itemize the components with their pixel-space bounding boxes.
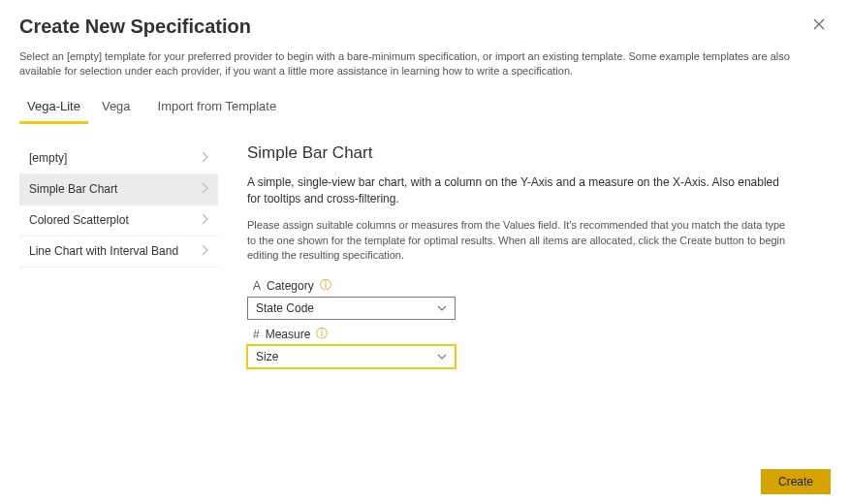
- template-label: Colored Scatterplot: [29, 213, 129, 227]
- template-list: [empty] Simple Bar Chart Colored Scatter…: [19, 143, 218, 375]
- measure-select[interactable]: Size: [247, 345, 456, 368]
- dialog-title: Create New Specification: [19, 16, 251, 38]
- category-select[interactable]: State Code: [247, 297, 456, 320]
- field-label-measure: Measure: [266, 328, 311, 341]
- chevron-down-icon: [437, 302, 447, 314]
- tab-vega-lite[interactable]: Vega-Lite: [19, 91, 88, 124]
- detail-description: A simple, single-view bar chart, with a …: [247, 174, 795, 208]
- template-detail: Simple Bar Chart A simple, single-view b…: [247, 143, 831, 375]
- template-label: [empty]: [29, 151, 67, 165]
- info-icon: ⓘ: [316, 326, 328, 342]
- template-item-empty[interactable]: [empty]: [19, 143, 218, 174]
- text-type-icon: A: [253, 279, 261, 293]
- chevron-right-icon: [201, 182, 208, 197]
- template-label: Simple Bar Chart: [29, 182, 117, 196]
- close-icon[interactable]: [807, 16, 831, 35]
- create-button[interactable]: Create: [761, 469, 831, 494]
- select-value: State Code: [256, 301, 314, 315]
- tab-import[interactable]: Import from Template: [144, 91, 291, 124]
- info-icon: ⓘ: [320, 277, 331, 294]
- hash-type-icon: #: [253, 328, 260, 341]
- chevron-right-icon: [201, 151, 208, 166]
- template-item-line-interval[interactable]: Line Chart with Interval Band: [19, 236, 218, 268]
- field-label-category: Category: [267, 279, 314, 293]
- detail-title: Simple Bar Chart: [247, 143, 831, 163]
- template-item-simple-bar[interactable]: Simple Bar Chart: [19, 174, 218, 205]
- chevron-right-icon: [201, 244, 208, 259]
- template-item-scatter[interactable]: Colored Scatterplot: [19, 205, 218, 236]
- chevron-right-icon: [201, 213, 208, 228]
- provider-tabs: Vega-Lite Vega Import from Template: [0, 91, 850, 124]
- select-value: Size: [256, 350, 278, 363]
- template-label: Line Chart with Interval Band: [29, 244, 178, 258]
- chevron-down-icon: [437, 351, 447, 362]
- dialog-subtitle: Select an [empty] template for your pref…: [0, 46, 814, 91]
- tab-vega[interactable]: Vega: [88, 91, 144, 124]
- detail-hint: Please assign suitable columns or measur…: [247, 218, 795, 265]
